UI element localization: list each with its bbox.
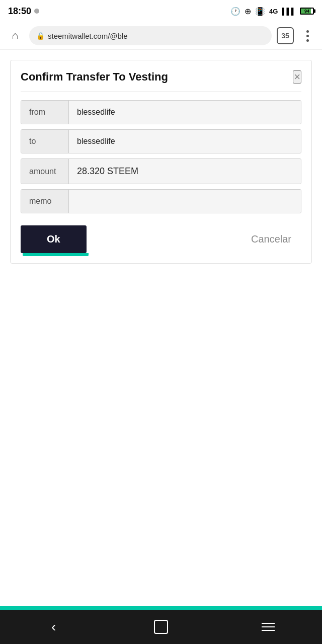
cancel-button[interactable]: Cancelar xyxy=(241,225,301,253)
memo-field-row: memo xyxy=(21,189,301,213)
menu-dot-2 xyxy=(306,35,309,37)
menu-nav-icon xyxy=(262,623,275,631)
amount-field-row: amount 28.320 STEEM xyxy=(21,158,301,184)
back-button[interactable]: ‹ xyxy=(39,612,69,642)
memo-label: memo xyxy=(21,190,69,213)
close-button[interactable]: × xyxy=(293,70,301,84)
status-right: 🕐 ⊕ 📳 4G ▌▌▌ 94 xyxy=(230,7,314,16)
home-button[interactable]: ⌂ xyxy=(6,27,24,45)
status-bar: 18:50 🕐 ⊕ 📳 4G ▌▌▌ 94 xyxy=(0,0,322,22)
dialog-title: Confirm Transfer To Vesting xyxy=(21,70,168,84)
teal-accent-bar xyxy=(0,606,322,610)
menu-dot-1 xyxy=(306,30,309,33)
from-field-row: from blessedlife xyxy=(21,100,301,124)
address-bar[interactable]: 🔒 steemitwallet.com/@ble xyxy=(29,26,272,45)
time-display: 18:50 xyxy=(8,6,31,17)
menu-nav-button[interactable] xyxy=(253,612,283,642)
lock-icon: 🔒 xyxy=(36,32,45,40)
browser-menu-button[interactable] xyxy=(299,27,316,44)
clock-icon: 🕐 xyxy=(230,7,240,16)
amount-label: amount xyxy=(21,159,69,184)
from-value: blessedlife xyxy=(69,101,301,124)
browser-chrome: ⌂ 🔒 steemitwallet.com/@ble 35 xyxy=(0,22,322,50)
to-value: blessedlife xyxy=(69,130,301,153)
battery-icon: 94 xyxy=(300,8,314,15)
signal-dot xyxy=(34,9,39,14)
memo-value xyxy=(69,190,301,213)
home-nav-icon xyxy=(154,620,168,634)
spacer xyxy=(0,440,322,606)
vibrate-icon: 📳 xyxy=(255,7,265,16)
signal-icon: 4G xyxy=(269,8,278,15)
nav-bar: ‹ xyxy=(0,610,322,644)
to-field-row: to blessedlife xyxy=(21,129,301,153)
page-content: Confirm Transfer To Vesting × from bless… xyxy=(0,50,322,440)
button-row: Ok Cancelar xyxy=(21,225,301,253)
signal-bars-icon: ▌▌▌ xyxy=(282,8,296,15)
menu-dot-3 xyxy=(306,39,309,42)
to-label: to xyxy=(21,130,69,153)
header-divider xyxy=(21,92,301,92)
tab-count[interactable]: 35 xyxy=(277,27,294,44)
status-left: 18:50 xyxy=(8,6,39,17)
amount-value: 28.320 STEEM xyxy=(69,159,301,184)
from-label: from xyxy=(21,101,69,124)
dialog-header: Confirm Transfer To Vesting × xyxy=(21,70,301,84)
back-icon: ‹ xyxy=(51,619,56,635)
confirm-transfer-dialog: Confirm Transfer To Vesting × from bless… xyxy=(10,60,312,264)
add-icon: ⊕ xyxy=(245,7,251,16)
url-text: steemitwallet.com/@ble xyxy=(48,32,128,40)
home-nav-button[interactable] xyxy=(146,612,176,642)
home-icon: ⌂ xyxy=(12,29,18,42)
ok-button[interactable]: Ok xyxy=(21,225,87,253)
